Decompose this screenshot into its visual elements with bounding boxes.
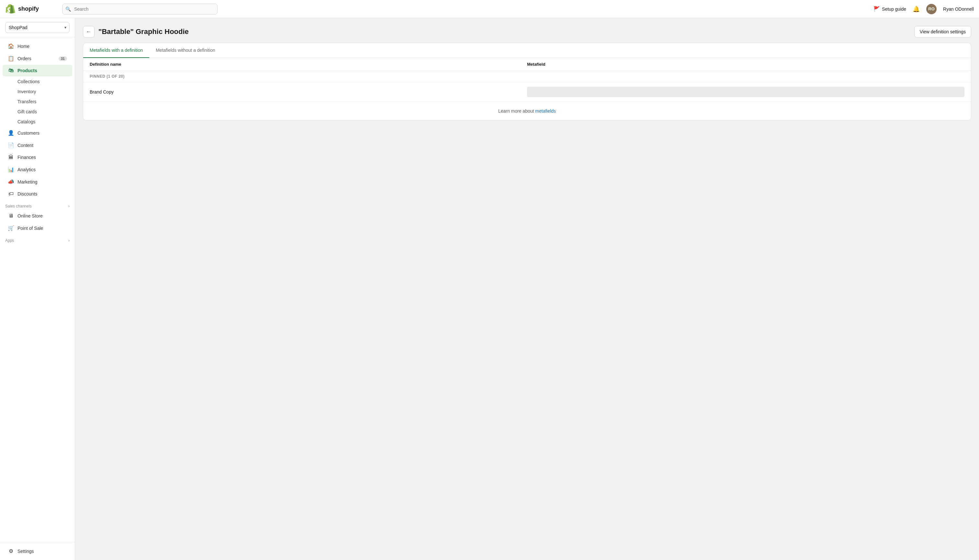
sidebar-item-label: Orders [17, 56, 32, 61]
metafields-link[interactable]: metafields [535, 108, 556, 113]
main-content: ← "Bartable" Graphic Hoodie View definit… [75, 18, 979, 560]
sidebar-item-label: Content [17, 143, 33, 148]
sidebar-item-label: Catalogs [17, 119, 35, 124]
back-arrow-icon: ← [86, 29, 91, 35]
online-store-icon: 🖥 [8, 213, 14, 219]
sidebar-item-label: Settings [17, 549, 34, 554]
table-header: Definition name Metafield [83, 58, 971, 71]
sidebar-item-collections[interactable]: Collections [3, 77, 72, 87]
tab-with-definition[interactable]: Metafields with a definition [83, 43, 149, 58]
page-header: ← "Bartable" Graphic Hoodie View definit… [83, 26, 971, 38]
chevron-right-icon: › [68, 204, 70, 208]
sidebar-item-label: Collections [17, 79, 40, 84]
apps-label: Apps [5, 238, 14, 243]
sidebar: ShopPad 🏠 Home 📋 Orders 31 🛍 Products Co… [0, 18, 75, 560]
sidebar-item-finances[interactable]: 🏛 Finances [3, 152, 72, 163]
search-input[interactable] [62, 3, 218, 15]
top-navigation: shopify 🔍 🚩 Setup guide 🔔 RO Ryan ODonne… [0, 0, 979, 18]
sidebar-item-transfers[interactable]: Transfers [3, 97, 72, 107]
sidebar-item-label: Marketing [17, 179, 37, 185]
tab-label: Metafields with a definition [90, 48, 143, 53]
tabs-container: Metafields with a definition Metafields … [83, 43, 971, 58]
sidebar-item-label: Analytics [17, 167, 36, 172]
learn-more-section: Learn more about metafields [83, 102, 971, 120]
sidebar-item-content[interactable]: 📄 Content [3, 139, 72, 151]
setup-guide-button[interactable]: 🚩 Setup guide [874, 6, 906, 12]
analytics-icon: 📊 [8, 167, 14, 173]
sidebar-item-label: Products [17, 68, 37, 73]
sales-channels-label: Sales channels [5, 204, 32, 208]
sidebar-item-home[interactable]: 🏠 Home [3, 40, 72, 52]
sidebar-item-gift-cards[interactable]: Gift cards [3, 107, 72, 117]
sidebar-item-catalogs[interactable]: Catalogs [3, 117, 72, 127]
table-row: Brand Copy [83, 82, 971, 102]
col-metafield: Metafield [527, 62, 964, 67]
finances-icon: 🏛 [8, 154, 14, 160]
store-select[interactable]: ShopPad [5, 22, 70, 33]
sidebar-item-label: Home [17, 44, 30, 49]
point-of-sale-icon: 🛒 [8, 225, 14, 231]
metafields-card: Metafields with a definition Metafields … [83, 43, 971, 120]
apps-header[interactable]: Apps › [0, 234, 75, 244]
sidebar-item-point-of-sale[interactable]: 🛒 Point of Sale [3, 222, 72, 234]
marketing-icon: 📣 [8, 179, 14, 185]
sales-channels-header[interactable]: Sales channels › [0, 200, 75, 210]
home-icon: 🏠 [8, 43, 14, 49]
search-bar[interactable]: 🔍 [62, 3, 218, 15]
metafield-value-cell[interactable] [527, 87, 964, 97]
sidebar-footer: ⚙ Settings [0, 542, 75, 560]
sidebar-item-label: Inventory [17, 89, 36, 94]
sidebar-item-orders[interactable]: 📋 Orders 31 [3, 52, 72, 64]
app-body: ShopPad 🏠 Home 📋 Orders 31 🛍 Products Co… [0, 18, 979, 560]
back-button[interactable]: ← [83, 26, 95, 38]
col-definition-name: Definition name [90, 62, 527, 67]
orders-icon: 📋 [8, 55, 14, 62]
sidebar-item-label: Finances [17, 155, 36, 160]
sidebar-item-label: Customers [17, 130, 40, 136]
search-icon: 🔍 [65, 7, 71, 12]
setup-guide-label: Setup guide [882, 7, 906, 12]
tab-label: Metafields without a definition [156, 48, 215, 53]
user-initials: RO [928, 7, 935, 11]
discounts-icon: 🏷 [8, 191, 14, 197]
chevron-right-icon: › [68, 238, 70, 243]
customers-icon: 👤 [8, 130, 14, 136]
sidebar-item-label: Online Store [17, 213, 43, 218]
sidebar-item-label: Point of Sale [17, 226, 43, 231]
sidebar-item-marketing[interactable]: 📣 Marketing [3, 176, 72, 188]
logo-area: shopify [5, 4, 57, 14]
sidebar-navigation: 🏠 Home 📋 Orders 31 🛍 Products Collection… [0, 37, 75, 542]
sidebar-item-analytics[interactable]: 📊 Analytics [3, 163, 72, 175]
orders-badge: 31 [58, 56, 67, 61]
store-selector[interactable]: ShopPad [0, 18, 75, 37]
page-title: "Bartable" Graphic Hoodie [98, 28, 189, 36]
definition-name-cell: Brand Copy [90, 89, 527, 95]
bell-icon[interactable]: 🔔 [912, 5, 920, 13]
sidebar-item-discounts[interactable]: 🏷 Discounts [3, 188, 72, 200]
flag-icon: 🚩 [874, 6, 880, 12]
tab-without-definition[interactable]: Metafields without a definition [149, 43, 222, 58]
products-icon: 🛍 [8, 68, 14, 73]
shopify-logo-icon [5, 4, 15, 14]
sidebar-item-label: Transfers [17, 99, 37, 104]
nav-right: 🚩 Setup guide 🔔 RO Ryan ODonnell [874, 4, 974, 14]
sidebar-item-label: Discounts [17, 191, 37, 197]
sidebar-item-settings[interactable]: ⚙ Settings [3, 545, 72, 557]
pinned-section-label: PINNED (1 OF 20) [83, 71, 971, 82]
content-icon: 📄 [8, 142, 14, 148]
sidebar-item-online-store[interactable]: 🖥 Online Store [3, 210, 72, 222]
view-definition-settings-button[interactable]: View definition settings [914, 26, 971, 38]
settings-icon: ⚙ [8, 548, 14, 554]
learn-more-text: Learn more about [498, 108, 535, 113]
sidebar-item-inventory[interactable]: Inventory [3, 87, 72, 97]
sidebar-item-customers[interactable]: 👤 Customers [3, 127, 72, 139]
sidebar-item-products[interactable]: 🛍 Products [3, 65, 72, 77]
user-name: Ryan ODonnell [943, 7, 974, 12]
page-header-left: ← "Bartable" Graphic Hoodie [83, 26, 189, 38]
sidebar-item-label: Gift cards [17, 109, 37, 114]
avatar: RO [926, 4, 937, 14]
shopify-logo-text: shopify [18, 5, 39, 12]
